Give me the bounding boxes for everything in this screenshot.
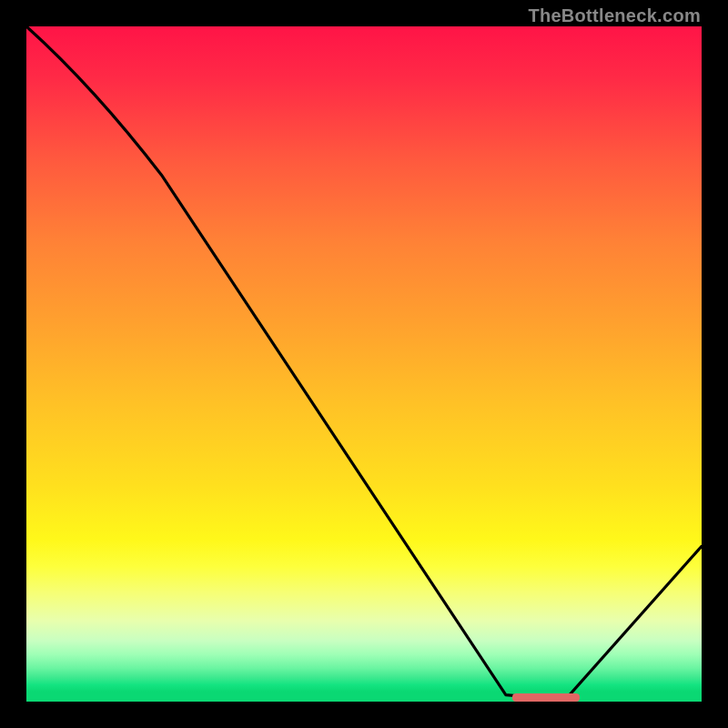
optimal-marker [512,693,580,702]
watermark-text: TheBottleneck.com [528,5,701,26]
curve-path [26,26,702,698]
plot-area [26,26,702,702]
line-curve [26,26,702,702]
chart-container: TheBottleneck.com [0,0,728,728]
